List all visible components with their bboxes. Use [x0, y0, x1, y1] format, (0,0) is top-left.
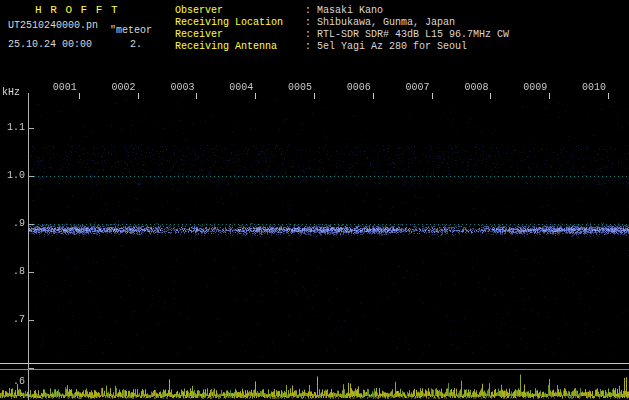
panel-separator-top	[0, 363, 629, 364]
metadata-value: : Shibukawa, Gunma, Japan	[305, 17, 455, 28]
panel-separator-bottom	[0, 369, 629, 370]
metadata-label: Receiving Antenna	[175, 42, 305, 52]
metadata-row: Receiving Antenna: 5el Yagi Az 280 for S…	[175, 42, 509, 54]
x-axis-label: 0004	[223, 83, 253, 93]
y-axis-unit-label: kHz	[2, 88, 20, 98]
x-axis-label: 0009	[517, 83, 547, 93]
x-axis-label: 0003	[164, 83, 194, 93]
x-axis-label: 0007	[400, 83, 430, 93]
metadata-value: : 5el Yagi Az 280 for Seoul	[305, 41, 467, 52]
counter-value: 2.	[130, 40, 142, 50]
station-name: "meteor	[110, 26, 152, 36]
metadata-label: Receiver	[175, 30, 305, 40]
observation-datetime: 25.10.24 00:00	[8, 40, 92, 50]
spectrogram-canvas	[0, 96, 629, 400]
metadata-label: Receiving Location	[175, 18, 305, 28]
y-axis-line	[28, 93, 29, 400]
x-axis-label: 0002	[106, 83, 136, 93]
hrofft-window: H R O F F T UT2510240000.pn "meteor 25.1…	[0, 0, 629, 400]
x-axis-label: 0005	[282, 83, 312, 93]
x-axis-label: 0008	[458, 83, 488, 93]
output-filename: UT2510240000.pn	[8, 21, 98, 31]
x-axis-label: 0001	[47, 83, 77, 93]
app-title: H R O F F T	[35, 5, 119, 16]
metadata-value: : Masaki Kano	[305, 5, 383, 16]
metadata-value: : RTL-SDR SDR# 43dB L15 96.7MHz CW	[305, 29, 509, 40]
x-axis-label: 0010	[576, 83, 606, 93]
metadata-block: Observer: Masaki KanoReceiving Location:…	[175, 6, 509, 54]
metadata-label: Observer	[175, 6, 305, 16]
x-axis-label: 0006	[341, 83, 371, 93]
